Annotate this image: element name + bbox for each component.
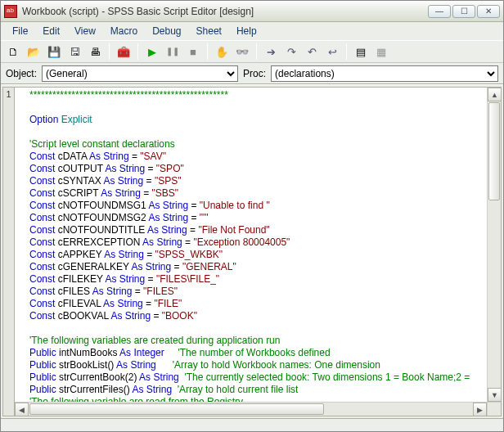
toolbox-button[interactable]: 🧰 [115, 43, 133, 61]
menu-edit[interactable]: Edit [36, 24, 66, 38]
close-button[interactable]: ✕ [477, 5, 500, 18]
scroll-right-arrow-icon[interactable]: ▶ [473, 403, 487, 416]
code-keyword: Const [29, 151, 55, 162]
save-button[interactable]: 💾 [45, 43, 63, 61]
dialog-icon: ▤ [356, 47, 366, 57]
declaration-bar: Object: (General) Proc: (declarations) [1, 63, 503, 84]
menu-sheet[interactable]: Sheet [190, 24, 228, 38]
hand-button[interactable]: ✋ [213, 43, 231, 61]
saveall-icon: 🖫 [70, 47, 80, 57]
stepinto-button[interactable]: ➔ [262, 43, 280, 61]
dialog-button[interactable]: ▤ [352, 43, 370, 61]
menu-debug[interactable]: Debug [146, 24, 187, 38]
code-editor[interactable]: ****************************************… [15, 88, 501, 416]
code-ident: cFILEVAL [55, 298, 103, 309]
code-keyword: Option [29, 114, 58, 125]
code-string: "BOOK" [162, 310, 197, 322]
object-dropdown[interactable]: (General) [42, 65, 238, 82]
vertical-scrollbar[interactable]: ▲ ▼ [487, 88, 501, 402]
code-string: "FILES" [143, 286, 178, 297]
design-button[interactable]: ▦ [372, 43, 390, 61]
print-icon: 🖶 [90, 47, 101, 57]
run-icon: ▶ [148, 47, 156, 57]
stepback-button[interactable]: ↩ [323, 43, 341, 61]
statusbar [1, 418, 503, 431]
code-comment: 'The following variables are created dur… [29, 335, 280, 346]
horizontal-scrollbar[interactable]: ◀ ▶ [15, 402, 487, 416]
code-comment: ****************************************… [29, 89, 228, 101]
hand-icon: ✋ [215, 47, 228, 57]
code-string: "SPSS_WKBK" [155, 249, 223, 260]
toolbar-separator [109, 43, 110, 60]
code-keyword: Const [29, 200, 55, 211]
code-string: "Exception 80004005" [193, 236, 290, 248]
code-keyword: Const [29, 249, 55, 260]
code-type: As String [103, 298, 143, 309]
proc-label: Proc: [243, 68, 266, 79]
code-eq: = [171, 261, 182, 272]
code-ident: strCurrentFiles() [56, 384, 133, 395]
code-eq: = [144, 249, 155, 260]
scroll-left-arrow-icon[interactable]: ◀ [15, 403, 29, 416]
watch-icon: 👓 [236, 47, 249, 57]
code-keyword: Public [29, 359, 56, 371]
code-keyword: Const [29, 286, 55, 297]
print-button[interactable]: 🖶 [86, 43, 104, 61]
window-title: Workbook (script) - SPSS Basic Script Ed… [22, 6, 428, 17]
window-controls: — ☐ ✕ [428, 5, 500, 18]
menu-file[interactable]: File [6, 24, 34, 38]
saveall-button[interactable]: 🖫 [65, 43, 83, 61]
menu-help[interactable]: Help [230, 24, 263, 38]
code-eq: = [188, 212, 200, 223]
code-type: As String [106, 273, 146, 285]
code-string: "FILE" [154, 298, 182, 309]
code-ident: cOUTPUT [55, 163, 105, 174]
stop-button[interactable]: ■ [184, 43, 202, 61]
code-keyword: Public [29, 347, 56, 358]
menu-view[interactable]: View [68, 24, 102, 38]
scroll-thumb[interactable] [29, 403, 324, 415]
code-eq: = [129, 151, 141, 162]
code-comment: 'Array to hold Workbook names: One dimen… [156, 359, 380, 371]
pause-button[interactable]: ❚❚ [164, 43, 182, 61]
minimize-button[interactable]: — [428, 5, 451, 18]
scroll-down-arrow-icon[interactable]: ▼ [488, 388, 502, 402]
code-string: "GENERAL" [182, 261, 236, 272]
titlebar: Workbook (script) - SPSS Basic Script Ed… [1, 1, 503, 22]
new-button[interactable]: 🗋 [4, 43, 22, 61]
menubar: File Edit View Macro Debug Sheet Help [1, 22, 503, 40]
scroll-thumb[interactable] [488, 102, 500, 200]
gutter-line: 1 [6, 89, 11, 99]
app-window: Workbook (script) - SPSS Basic Script Ed… [0, 0, 504, 432]
code-type: As String [89, 151, 129, 162]
stop-icon: ■ [190, 47, 196, 57]
app-icon [4, 5, 17, 18]
code-keyword: Const [29, 163, 55, 174]
open-button[interactable]: 📂 [25, 43, 43, 61]
code-keyword: Public [29, 371, 56, 383]
code-type: As String [139, 371, 179, 383]
code-type: As String [142, 236, 182, 248]
code-comment: 'Script level constant declarations [29, 138, 175, 150]
stepout-button[interactable]: ↶ [303, 43, 321, 61]
proc-dropdown[interactable]: (declarations) [271, 65, 498, 82]
stepover-button[interactable]: ↷ [282, 43, 300, 61]
code-comment: 'The number of Workbooks defined [164, 347, 331, 358]
open-icon: 📂 [27, 47, 40, 57]
code-keyword: Const [29, 187, 55, 199]
scroll-up-arrow-icon[interactable]: ▲ [488, 88, 502, 101]
run-button[interactable]: ▶ [143, 43, 161, 61]
code-ident: strBookList() [56, 359, 116, 371]
code-eq: = [143, 298, 155, 309]
code-type: As String [132, 384, 172, 395]
code-keyword: Const [29, 212, 55, 223]
maximize-button[interactable]: ☐ [452, 5, 475, 18]
watch-button[interactable]: 👓 [233, 43, 251, 61]
code-string: "'" [200, 212, 209, 223]
code-ident: cGENERALKEY [55, 261, 131, 272]
code-eq: = [132, 286, 143, 297]
code-string: "FILES\FILE_" [156, 273, 219, 285]
menu-macro[interactable]: Macro [104, 24, 144, 38]
code-ident: cDATA [55, 151, 89, 162]
toolbar-separator [137, 43, 138, 60]
